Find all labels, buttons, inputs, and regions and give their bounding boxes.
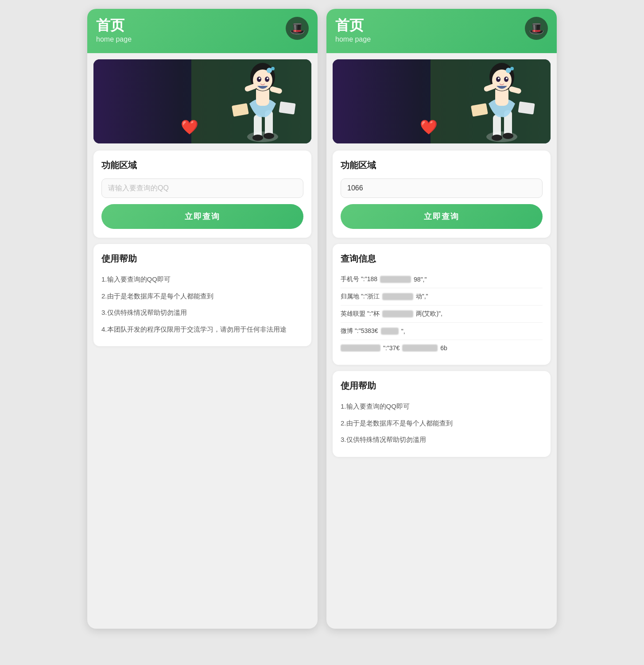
svg-point-11 [267, 77, 268, 79]
left-heart-badge: ❤️ [181, 119, 198, 135]
right-function-title: 功能区域 [341, 159, 543, 171]
query-location-blur [382, 293, 413, 300]
svg-point-22 [503, 133, 513, 139]
svg-point-28 [498, 77, 500, 79]
left-header-text: 首页 home page [96, 17, 132, 43]
svg-point-26 [496, 77, 500, 82]
svg-point-3 [252, 135, 263, 141]
right-banner: ❤️ [333, 59, 551, 143]
svg-rect-17 [279, 101, 296, 115]
left-phone-container: 首页 home page 🎩 [87, 9, 318, 629]
query-pw-label: ":"37€ [383, 344, 400, 352]
query-lol-label: 英雄联盟 ":"杯 [341, 310, 380, 318]
left-function-title: 功能区域 [101, 159, 303, 171]
left-function-card: 功能区域 立即查询 [93, 151, 311, 238]
right-heart-badge: ❤️ [420, 119, 438, 135]
right-help-item-1: 1.输入要查询的QQ即可 [341, 398, 543, 415]
svg-rect-35 [518, 101, 535, 115]
query-row-weibo: 微博 ":"5383€ ", [341, 323, 543, 340]
query-lol-suffix: 两(艾欧)", [416, 310, 442, 318]
query-row-phone: 手机号 ":"188 98"," [341, 271, 543, 288]
query-lol-blur [382, 310, 413, 317]
left-header-title: 首页 [96, 17, 132, 34]
left-avatar: 🎩 [286, 17, 309, 40]
svg-point-8 [257, 77, 261, 82]
right-anime-figure [462, 62, 542, 143]
query-phone-blur [380, 276, 411, 283]
svg-point-29 [506, 77, 508, 79]
query-weibo-suffix: ", [401, 328, 405, 335]
left-help-title: 使用帮助 [101, 253, 303, 265]
left-header: 首页 home page 🎩 [87, 9, 318, 53]
query-phone-label: 手机号 ":"188 [341, 275, 377, 283]
svg-point-31 [510, 67, 514, 70]
svg-point-10 [259, 77, 260, 79]
right-help-card: 使用帮助 1.输入要查询的QQ即可 2.由于是老数据库不是每个人都能查到 3.仅… [333, 371, 551, 457]
left-help-item-2: 2.由于是老数据库不是每个人都能查到 [101, 288, 303, 305]
svg-rect-34 [471, 103, 488, 117]
left-avatar-icon: 🎩 [290, 21, 305, 36]
svg-point-4 [264, 133, 274, 139]
right-help-title: 使用帮助 [341, 380, 543, 392]
right-phone-container: 首页 home page 🎩 [326, 9, 557, 629]
query-weibo-label: 微博 ":"5383€ [341, 327, 378, 335]
right-header-subtitle: home page [335, 35, 371, 43]
query-location-suffix: 动"," [416, 293, 428, 301]
left-help-item-3: 3.仅供特殊情况帮助切勿滥用 [101, 304, 303, 321]
svg-rect-14 [244, 83, 257, 92]
query-pw-suffix: 6b [440, 344, 447, 352]
svg-rect-16 [232, 103, 249, 117]
right-function-card: 功能区域 立即查询 [333, 151, 551, 238]
right-avatar: 🎩 [525, 17, 548, 40]
right-header-text: 首页 home page [335, 17, 371, 43]
left-banner: ❤️ [93, 59, 311, 143]
right-query-card: 查询信息 手机号 ":"188 98"," 归属地 ":"浙江 动"," 英雄联… [333, 244, 551, 365]
svg-point-21 [492, 135, 502, 141]
left-banner-bg: ❤️ [93, 59, 311, 143]
right-search-button[interactable]: 立即查询 [341, 204, 543, 229]
svg-rect-32 [483, 83, 497, 92]
left-help-card: 使用帮助 1.输入要查询的QQ即可 2.由于是老数据库不是每个人都能查到 3.仅… [93, 244, 311, 346]
right-header: 首页 home page 🎩 [326, 9, 557, 53]
query-row-password: ":"37€ 6b [341, 340, 543, 356]
right-banner-bg: ❤️ [333, 59, 551, 143]
query-pw-value-blur [402, 344, 438, 352]
query-weibo-blur [381, 328, 399, 335]
svg-point-13 [271, 67, 275, 70]
right-query-title: 查询信息 [341, 253, 543, 265]
right-avatar-icon: 🎩 [529, 21, 544, 36]
query-row-location: 归属地 ":"浙江 动"," [341, 288, 543, 305]
right-content-area: 功能区域 立即查询 查询信息 手机号 ":"188 98"," 归属地 ":"浙… [326, 143, 557, 629]
left-help-item-1: 1.输入要查询的QQ即可 [101, 271, 303, 288]
right-header-title: 首页 [335, 17, 371, 34]
left-search-input[interactable] [101, 178, 303, 198]
svg-rect-33 [508, 86, 522, 94]
right-search-input[interactable] [341, 178, 543, 198]
query-pw-label-blur [341, 344, 380, 352]
left-header-subtitle: home page [96, 35, 132, 43]
right-help-item-3: 3.仅供特殊情况帮助切勿滥用 [341, 431, 543, 448]
query-row-lol: 英雄联盟 ":"杯 两(艾欧)", [341, 305, 543, 323]
left-help-item-4: 4.本团队开发的程序仅限用于交流学习，请勿用于任何非法用途 [101, 321, 303, 338]
left-content-area: 功能区域 立即查询 使用帮助 1.输入要查询的QQ即可 2.由于是老数据库不是每… [87, 143, 318, 629]
query-location-label: 归属地 ":"浙江 [341, 293, 380, 301]
left-search-button[interactable]: 立即查询 [101, 204, 303, 229]
left-anime-figure [223, 62, 303, 143]
svg-point-27 [504, 77, 508, 82]
svg-rect-15 [269, 86, 283, 94]
right-help-item-2: 2.由于是老数据库不是每个人都能查到 [341, 415, 543, 432]
query-phone-suffix: 98"," [414, 276, 427, 283]
svg-point-9 [265, 77, 269, 82]
